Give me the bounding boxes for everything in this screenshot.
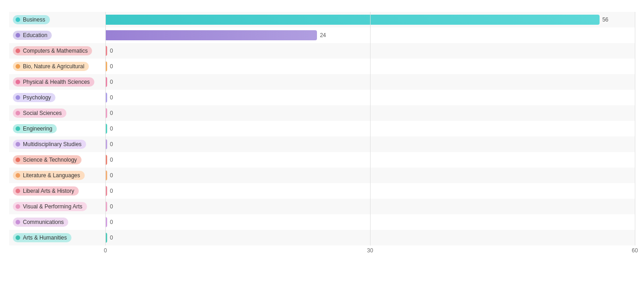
bar-value-label: 0: [110, 188, 113, 194]
bar-value-label: 0: [110, 94, 113, 101]
bar-track: 0: [105, 233, 635, 243]
bar-fill: [105, 77, 107, 87]
bar-fill: [105, 46, 107, 56]
label-pill: Physical & Health Sciences: [13, 77, 94, 87]
bar-label: Physical & Health Sciences: [9, 74, 105, 90]
bar-fill: [105, 30, 317, 40]
label-pill: Business: [13, 15, 50, 24]
bar-label: Computers & Mathematics: [9, 43, 105, 59]
bar-row: Bio, Nature & Agricultural0: [9, 59, 635, 74]
bar-row: Science & Technology0: [9, 152, 635, 168]
bar-track: 0: [105, 61, 635, 71]
bar-row: Multidisciplinary Studies0: [9, 136, 635, 152]
bar-row: Liberal Arts & History0: [9, 183, 635, 199]
bar-row: Visual & Performing Arts0: [9, 199, 635, 214]
bar-fill: [105, 217, 107, 227]
bar-track: 0: [105, 202, 635, 212]
bar-fill: [105, 202, 107, 212]
label-pill: Arts & Humanities: [13, 233, 71, 242]
bar-row: Engineering0: [9, 121, 635, 136]
label-pill: Multidisciplinary Studies: [13, 140, 86, 149]
bar-fill: [105, 170, 107, 180]
bar-row: Education24: [9, 27, 635, 43]
bar-label: Social Sciences: [9, 105, 105, 121]
bar-row: Literature & Languages0: [9, 168, 635, 183]
bar-value-label: 0: [110, 48, 113, 54]
bar-value-label: 0: [110, 219, 113, 225]
label-pill: Science & Technology: [13, 155, 82, 164]
bar-value-label: 0: [110, 110, 113, 116]
label-pill: Communications: [13, 218, 68, 227]
bar-track: 0: [105, 170, 635, 180]
bar-track: 0: [105, 139, 635, 149]
bar-value-label: 0: [110, 157, 113, 163]
bar-row: Physical & Health Sciences0: [9, 74, 635, 90]
bar-fill: [105, 186, 107, 196]
bar-row: Communications0: [9, 214, 635, 230]
bar-label: Literature & Languages: [9, 168, 105, 183]
bar-row: Psychology0: [9, 90, 635, 105]
bar-label: Science & Technology: [9, 152, 105, 168]
label-pill: Bio, Nature & Agricultural: [13, 62, 89, 71]
bar-label: Visual & Performing Arts: [9, 199, 105, 214]
bar-label: Communications: [9, 214, 105, 230]
bar-fill: [105, 61, 107, 71]
bar-value-label: 0: [110, 63, 113, 70]
bar-label: Engineering: [9, 121, 105, 136]
label-pill: Psychology: [13, 93, 55, 102]
bar-fill: [105, 155, 107, 165]
label-pill: Computers & Mathematics: [13, 46, 92, 55]
bars-section: Business56Education24Computers & Mathema…: [9, 12, 635, 245]
bar-value-label: 0: [110, 234, 113, 241]
bar-track: 0: [105, 186, 635, 196]
bar-label: Multidisciplinary Studies: [9, 136, 105, 152]
label-pill: Liberal Arts & History: [13, 186, 79, 196]
bar-label: Business: [9, 12, 105, 27]
bar-track: 0: [105, 108, 635, 118]
bar-value-label: 0: [110, 79, 113, 85]
bar-row: Arts & Humanities0: [9, 230, 635, 245]
x-tick-label: 0: [104, 247, 107, 254]
bar-fill: [105, 108, 107, 118]
bar-fill: [105, 93, 107, 103]
grid-line: [635, 12, 635, 245]
x-tick-label: 60: [632, 247, 638, 254]
bar-value-label: 0: [110, 172, 113, 179]
label-pill: Literature & Languages: [13, 171, 85, 180]
bar-value-label: 24: [320, 32, 326, 38]
bar-track: 0: [105, 77, 635, 87]
bar-track: 0: [105, 93, 635, 103]
x-tick-label: 30: [367, 247, 373, 254]
label-pill: Social Sciences: [13, 109, 66, 118]
x-axis: 03060: [105, 247, 635, 251]
label-pill: Education: [13, 31, 52, 40]
bar-value-label: 0: [110, 203, 113, 210]
bar-label: Psychology: [9, 90, 105, 105]
bar-track: 0: [105, 155, 635, 165]
bar-track: 0: [105, 217, 635, 227]
bar-row: Business56: [9, 12, 635, 27]
chart-container: Business56Education24Computers & Mathema…: [0, 0, 644, 289]
bar-value-label: 0: [110, 141, 113, 147]
bar-label: Bio, Nature & Agricultural: [9, 59, 105, 74]
bar-track: 0: [105, 46, 635, 56]
bar-track: 56: [105, 15, 635, 25]
bar-value-label: 0: [110, 125, 113, 132]
bar-label: Education: [9, 27, 105, 43]
bar-label: Arts & Humanities: [9, 230, 105, 245]
bar-track: 24: [105, 30, 635, 40]
label-pill: Visual & Performing Arts: [13, 202, 87, 211]
bar-row: Social Sciences0: [9, 105, 635, 121]
bar-fill: [105, 124, 107, 134]
bar-fill: [105, 233, 107, 243]
bar-value-label: 56: [602, 16, 608, 23]
bar-track: 0: [105, 124, 635, 134]
bar-row: Computers & Mathematics0: [9, 43, 635, 59]
chart-area: Business56Education24Computers & Mathema…: [9, 12, 635, 251]
label-pill: Engineering: [13, 124, 57, 133]
bar-fill: [105, 15, 600, 25]
bar-fill: [105, 139, 107, 149]
bar-label: Liberal Arts & History: [9, 183, 105, 199]
